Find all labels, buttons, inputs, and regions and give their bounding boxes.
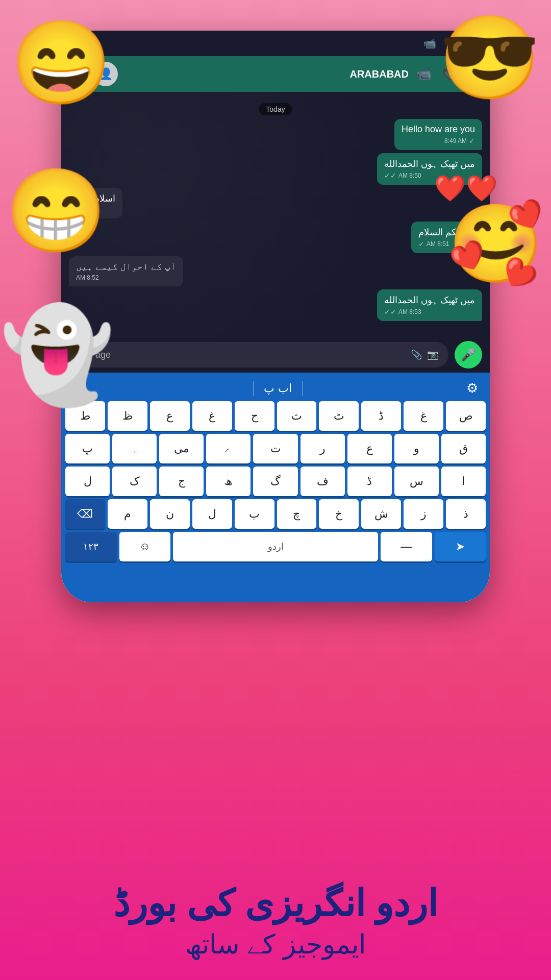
- key-ye[interactable]: ے: [206, 434, 251, 463]
- key-send[interactable]: ➤: [435, 532, 486, 561]
- contact-avatar: 👤: [93, 62, 118, 86]
- key-emoji[interactable]: ☺: [119, 532, 171, 561]
- bottom-title: اردو انگریزی کی بورڈ: [0, 882, 551, 925]
- keyboard-toolbar: 🔨 اب پ ⚙: [65, 378, 486, 401]
- key-ha[interactable]: ح: [235, 401, 274, 431]
- emoji-icon[interactable]: 😊: [79, 349, 90, 360]
- key-mee[interactable]: می: [159, 434, 204, 463]
- message-time: 8:53 AM: [398, 308, 421, 315]
- key-chaa[interactable]: چ: [277, 499, 317, 529]
- key-pe[interactable]: پ: [65, 434, 110, 463]
- date-label: Today: [69, 105, 482, 114]
- key-shin[interactable]: ش: [361, 499, 401, 529]
- key-ain[interactable]: ع: [150, 401, 190, 431]
- call-icon[interactable]: 📞: [442, 67, 457, 81]
- key-ain2[interactable]: ع: [347, 434, 392, 463]
- bottom-subtitle: ایموجیز کے ساتھ: [0, 929, 551, 960]
- message-meta: 8:49 AM ✓: [402, 137, 475, 145]
- key-faa[interactable]: ف: [300, 467, 345, 496]
- keyboard-tool-hammer[interactable]: 🔨: [73, 380, 89, 396]
- key-jeem[interactable]: ج: [159, 467, 204, 496]
- chat-header: ← 👤 ARABABAD 📹 📞 ⋮: [61, 56, 490, 92]
- key-tha[interactable]: ث: [277, 401, 317, 431]
- more-icon: ⋮: [464, 37, 474, 50]
- message-text: میں ٹھیک ہوں الحمدالله: [384, 158, 475, 169]
- keyboard-row-bottom: ١٢٣ ☺ اردو — ➤: [65, 532, 486, 561]
- key-qaf[interactable]: ق: [441, 434, 486, 463]
- key-za[interactable]: ظ: [108, 401, 147, 431]
- message-time: 8:51 AM: [76, 206, 99, 213]
- message-tick: ✓: [418, 240, 424, 248]
- key-dash[interactable]: —: [381, 532, 432, 561]
- kb-divider-left: [253, 381, 254, 396]
- key-kha[interactable]: خ: [319, 499, 359, 529]
- key-tt[interactable]: ٹ: [319, 401, 359, 431]
- message-time: 8:52 AM: [76, 274, 99, 281]
- key-kaf[interactable]: ک: [112, 467, 157, 496]
- key-numbers[interactable]: ١٢٣: [65, 532, 117, 561]
- message-time: 8:51 AM: [427, 240, 449, 248]
- message-meta: 8:53 AM ✓✓: [384, 308, 475, 316]
- key-hhe[interactable]: ھ: [206, 467, 251, 496]
- message-text: و علیکم السلام: [418, 227, 475, 238]
- header-actions: 📹 📞 ⋮: [416, 67, 480, 81]
- key-ze[interactable]: ز: [404, 499, 443, 529]
- key-wao[interactable]: و: [394, 434, 439, 463]
- key-lam2[interactable]: ل: [192, 499, 232, 529]
- contact-name: ARABABAD: [126, 68, 409, 80]
- key-he[interactable]: ہ: [112, 434, 157, 463]
- video-icon[interactable]: 📹: [416, 67, 432, 81]
- keyboard-lang-label: اب پ: [264, 382, 291, 395]
- camera-icon[interactable]: 📷: [427, 349, 438, 360]
- message-bubble-sent: میں ٹھیک ہوں الحمدالله 8:53 AM ✓✓: [377, 289, 482, 321]
- key-backspace[interactable]: ⌫: [65, 499, 105, 529]
- key-meem[interactable]: م: [108, 499, 147, 529]
- message-row: میں ٹھیک ہوں الحمدالله 8:53 AM ✓✓: [69, 289, 482, 321]
- keyboard-toolbar-center: اب پ: [253, 381, 302, 396]
- message-bubble-sent: و علیکم السلام 8:51 AM ✓: [411, 222, 482, 253]
- message-tick: ✓✓: [384, 308, 396, 316]
- message-bubble-sent: Hello how are you 8:49 AM ✓: [394, 119, 482, 150]
- back-button[interactable]: ←: [71, 66, 86, 82]
- video-call-icon: 📹: [423, 37, 436, 50]
- key-space[interactable]: اردو: [173, 532, 378, 561]
- key-ghe[interactable]: غ: [404, 401, 443, 431]
- message-input-wrapper: 😊 age 📎 📷: [69, 342, 448, 368]
- more-options-icon[interactable]: ⋮: [467, 67, 480, 81]
- keyboard-rows: ط ظ ع غ ح ث ٹ ڈ غ ص پ ہ می ے ت ر ع و: [65, 401, 486, 561]
- key-ba[interactable]: ب: [235, 499, 274, 529]
- key-gaf[interactable]: گ: [253, 467, 297, 496]
- message-tick: ✓: [469, 137, 475, 145]
- message-meta: 8:52 AM: [76, 274, 176, 281]
- message-row: آپ کے احوال کیسے ہیں 8:52 AM: [69, 256, 482, 286]
- key-ta[interactable]: ط: [65, 401, 105, 431]
- key-re[interactable]: ر: [300, 434, 345, 463]
- attach-icon[interactable]: 📎: [411, 349, 422, 360]
- key-sad[interactable]: ص: [446, 401, 486, 431]
- message-tick: ✓✓: [384, 172, 396, 180]
- message-time: 8:50 AM: [398, 172, 421, 179]
- keyboard-row-3: ل ک ج ھ گ ف ڈ س ا: [65, 467, 486, 496]
- chat-area: Today Hello how are you 8:49 AM ✓ میں ٹھ…: [61, 92, 490, 337]
- key-ghain[interactable]: غ: [192, 401, 232, 431]
- mic-button[interactable]: 🎤: [455, 341, 482, 369]
- message-text: میں ٹھیک ہوں الحمدالله: [384, 295, 475, 306]
- message-row: Hello how are you 8:49 AM ✓: [69, 119, 482, 150]
- key-lam[interactable]: ل: [65, 467, 110, 496]
- keyboard-settings-icon[interactable]: ⚙: [466, 380, 478, 396]
- key-seen[interactable]: س: [394, 467, 439, 496]
- key-noon[interactable]: ن: [150, 499, 190, 529]
- input-bar: 😊 age 📎 📷 🎤: [61, 337, 490, 373]
- key-alef[interactable]: ا: [441, 467, 486, 496]
- key-zal[interactable]: ذ: [446, 499, 486, 529]
- message-row: و علیکم السلام 8:51 AM ✓: [69, 222, 482, 253]
- contact-info: ARABABAD: [126, 68, 409, 80]
- key-dd[interactable]: ڈ: [361, 401, 401, 431]
- key-dal[interactable]: ڈ: [347, 467, 392, 496]
- status-icons: 📹 📞 ⋮: [423, 37, 474, 50]
- input-placeholder-text: age: [95, 350, 406, 360]
- message-meta: 8:51 AM: [76, 206, 115, 213]
- key-te[interactable]: ت: [253, 434, 297, 463]
- message-text: Hello how are you: [402, 124, 475, 135]
- keyboard-row-1: ط ظ ع غ ح ث ٹ ڈ غ ص: [65, 401, 486, 431]
